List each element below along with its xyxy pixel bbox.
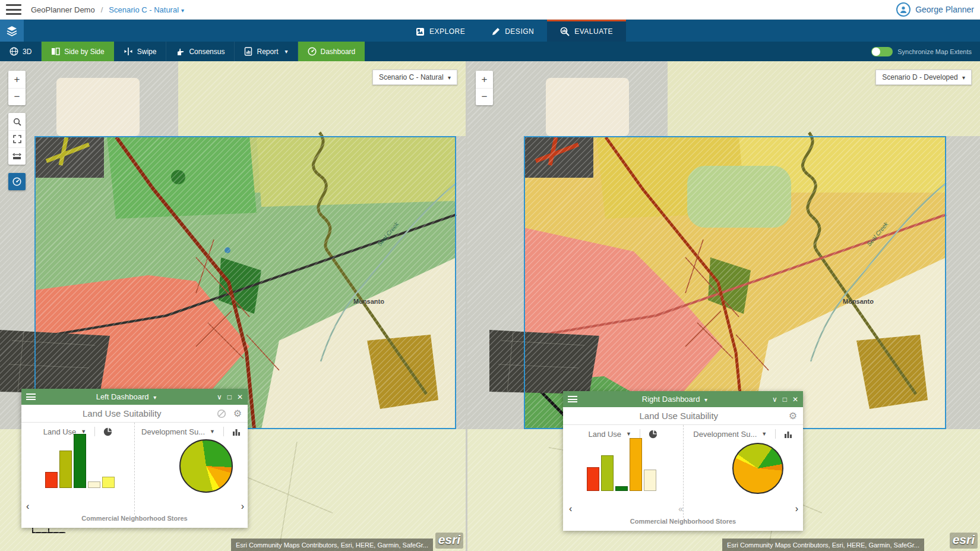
main-menu-icon[interactable]: [6, 4, 21, 15]
left-zoom-control: + −: [8, 71, 26, 105]
side-by-side-button[interactable]: Side by Side: [42, 42, 113, 61]
bar-segment[interactable]: [630, 438, 642, 491]
globe-icon: [10, 47, 18, 56]
collapse-icon[interactable]: ∨: [772, 395, 777, 404]
bar-segment[interactable]: [45, 472, 58, 488]
swipe-button[interactable]: Swipe: [114, 42, 167, 61]
3d-button[interactable]: 3D: [0, 42, 42, 61]
esri-logo: esri: [435, 533, 463, 549]
next-chart-chevron[interactable]: ›: [795, 503, 798, 514]
dashboards-toggle-button[interactable]: [8, 173, 26, 190]
zoom-out-button[interactable]: −: [8, 88, 26, 105]
dashboard-button[interactable]: Dashboard: [298, 42, 365, 61]
bar-segment[interactable]: [644, 470, 656, 491]
bar-segment[interactable]: [615, 486, 628, 491]
breadcrumb-separator: /: [101, 5, 103, 14]
land-use-widget: Land Use ▼: [563, 425, 683, 518]
measure-icon: [12, 153, 21, 160]
consensus-button[interactable]: Consensus: [166, 42, 235, 61]
right-zoom-control: + −: [476, 71, 493, 105]
report-button[interactable]: Report ▾: [235, 42, 298, 61]
widget-label[interactable]: Development Su...: [693, 430, 757, 439]
gear-icon[interactable]: ⚙: [789, 410, 797, 421]
layers-button[interactable]: [0, 20, 24, 42]
dashboard-menu-icon[interactable]: [26, 393, 36, 400]
chevron-down-icon[interactable]: ▼: [210, 429, 215, 434]
bar-segment[interactable]: [88, 481, 100, 488]
widget-label[interactable]: Development Su...: [141, 427, 205, 436]
right-dashboard-header[interactable]: Right Dashboard ▾ ∨ □ ✕: [563, 391, 803, 407]
development-suitability-widget: Development Su... ▼: [683, 425, 804, 518]
left-map-tools: [8, 113, 26, 165]
chevron-down-icon: ▾: [448, 74, 451, 81]
chevron-down-icon: ▾: [962, 74, 965, 81]
tab-label: EVALUATE: [574, 27, 613, 36]
bar-segment[interactable]: [601, 455, 614, 491]
close-icon[interactable]: ✕: [237, 393, 243, 401]
breadcrumb-scenario-link[interactable]: Scenario C - Natural▾: [109, 5, 184, 14]
consensus-icon: [176, 48, 185, 56]
tab-label: DESIGN: [505, 27, 534, 36]
chevron-down-icon[interactable]: ▼: [626, 431, 631, 437]
close-icon[interactable]: ✕: [792, 395, 798, 404]
sync-map-extents-toggle[interactable]: [871, 47, 893, 56]
esri-logo: esri: [950, 533, 978, 549]
left-dashboard-header[interactable]: Left Dashboard ▾ ∨ □ ✕: [21, 389, 248, 405]
visibility-off-icon[interactable]: [217, 409, 226, 418]
search-button[interactable]: [8, 113, 26, 130]
map-place-label: Monsanto: [843, 298, 874, 305]
bar-segment[interactable]: [74, 434, 86, 488]
left-scenario-selector[interactable]: Scenario C - Natural ▾: [372, 70, 457, 85]
chevron-down-icon: ▾: [153, 394, 156, 401]
layers-icon: [6, 26, 18, 36]
right-map-attribution: Esri Community Maps Contributors, Esri, …: [722, 539, 924, 551]
right-bar-chart[interactable]: [587, 438, 656, 491]
left-pie-chart[interactable]: [179, 439, 233, 493]
dashboard-label: Dashboard: [321, 48, 356, 56]
maximize-icon[interactable]: □: [783, 395, 787, 404]
evaluate-toolbar: 3D Side by Side Swipe Consensus Report ▾…: [0, 42, 980, 61]
side-by-side-label: Side by Side: [64, 48, 104, 56]
zoom-in-button[interactable]: +: [8, 71, 26, 88]
collapse-icon[interactable]: ∨: [217, 393, 222, 401]
right-pie-chart[interactable]: [732, 443, 783, 494]
3d-label: 3D: [23, 48, 31, 56]
tab-explore[interactable]: EXPLORE: [403, 20, 478, 42]
nav-bar: EXPLORE DESIGN EVALUATE: [0, 20, 980, 42]
dashboard-menu-icon[interactable]: [568, 396, 577, 402]
bar-segment[interactable]: [102, 477, 115, 488]
left-dashboard-titlerow: Land Use Suitability ⚙: [21, 405, 248, 423]
chevron-down-icon: ▾: [704, 396, 707, 403]
report-icon: [244, 47, 252, 56]
bar-chart-icon[interactable]: [784, 430, 793, 438]
zoom-in-button[interactable]: +: [476, 71, 493, 88]
zoom-out-button[interactable]: −: [476, 88, 493, 105]
user-name[interactable]: George Planner: [915, 5, 974, 14]
bar-segment[interactable]: [59, 451, 72, 488]
gear-icon[interactable]: ⚙: [233, 408, 242, 419]
geoplanner-app: GeoPlanner Demo / Scenario C - Natural▾ …: [0, 0, 980, 551]
top-bar: GeoPlanner Demo / Scenario C - Natural▾ …: [0, 0, 980, 20]
bar-chart-icon[interactable]: [232, 428, 241, 436]
pie-chart-icon[interactable]: [649, 430, 657, 439]
next-chart-chevron[interactable]: ›: [241, 501, 244, 512]
tab-design[interactable]: DESIGN: [478, 20, 547, 42]
search-icon: [13, 118, 21, 126]
side-by-side-icon: [51, 48, 60, 55]
tab-evaluate[interactable]: EVALUATE: [547, 20, 626, 42]
bar-segment[interactable]: [587, 467, 599, 491]
left-bar-chart[interactable]: [45, 434, 115, 488]
right-dashboard-body: ‹ Land Use ▼ « Development Su... ▼: [563, 425, 803, 518]
full-extent-button[interactable]: [8, 130, 26, 147]
gauge-icon: [12, 177, 21, 186]
widget-label[interactable]: Land Use: [588, 430, 621, 439]
right-scenario-selector[interactable]: Scenario D - Developed ▾: [875, 70, 972, 85]
maximize-icon[interactable]: □: [227, 393, 232, 401]
dashboard-title-dropdown[interactable]: Right Dashboard ▾: [577, 395, 772, 404]
measure-button[interactable]: [8, 147, 26, 165]
right-dashboard-titlerow: Land Use Suitability ⚙: [563, 407, 803, 425]
consensus-label: Consensus: [189, 48, 225, 56]
dashboard-title-dropdown[interactable]: Left Dashboard ▾: [36, 392, 217, 401]
user-avatar[interactable]: [896, 2, 911, 17]
chevron-down-icon[interactable]: ▼: [761, 431, 767, 437]
